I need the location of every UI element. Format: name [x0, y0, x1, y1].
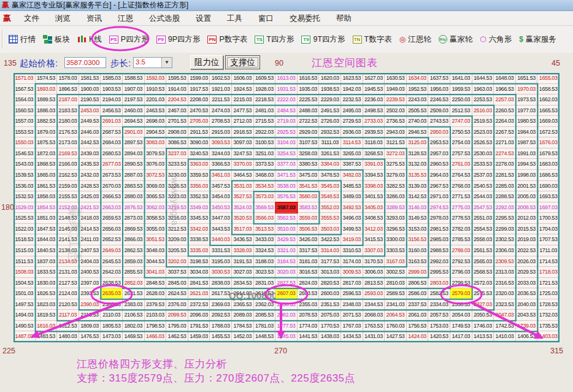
toolbar-button-板块[interactable]: 板块	[43, 34, 70, 45]
grid-cell: 3282.53	[385, 181, 407, 192]
grid-cell: 2736.53	[385, 116, 407, 127]
grid-cell: 3559.03	[298, 213, 320, 224]
grid-cell: 1938.53	[319, 84, 341, 95]
toolbar-button-赢家轮[interactable]: Big赢家轮	[439, 34, 473, 45]
grid-cell: 2771.53	[450, 191, 472, 202]
grid-cell: 2467.03	[166, 106, 188, 117]
grid-cell: 2929.03	[298, 127, 320, 138]
grid-cell: 1753.03	[428, 321, 450, 332]
grid-cell: 3135.53	[407, 170, 429, 181]
grid-cell: 3433.03	[254, 234, 276, 245]
grid-cell: 1480.03	[57, 331, 79, 342]
grid-cell: 2134.53	[57, 256, 79, 267]
grid-cell: 1963.03	[472, 84, 494, 95]
grid-cell: 2418.03	[79, 213, 101, 224]
menu-item[interactable]: 公式选股	[141, 12, 188, 25]
toolbar-button-赢家服务[interactable]: $赢家服务	[519, 34, 556, 45]
toolbar-button-行情[interactable]: 行情	[9, 34, 36, 45]
menu-item[interactable]: 浏览	[47, 12, 79, 25]
grid-cell: 2505.53	[407, 106, 429, 117]
grid-cell: 2995.53	[428, 267, 450, 278]
grid-cell: 1781.03	[254, 321, 276, 332]
grid-cell: 2260.53	[494, 106, 516, 117]
title-bar[interactable]: 赢 赢家江恩专业版[赢家服务平台] - [上证指数价格正方形]	[0, 0, 573, 11]
grid-cell: 2197.53	[123, 94, 145, 106]
grid-cell: 2411.03	[79, 234, 101, 245]
toolbar-button-P数字表[interactable]: PNP数字表	[207, 34, 247, 45]
menu-item[interactable]: 交易委托	[282, 12, 328, 25]
menu-item[interactable]: 资讯	[79, 12, 110, 25]
grid-cell: 2204.53	[166, 94, 188, 106]
grid-cell: 3314.03	[319, 245, 341, 256]
toolbar-button-P四方形[interactable]: PSP四方形	[109, 34, 149, 45]
menu-item[interactable]: 工具	[219, 12, 250, 25]
grid-cell: 2565.03	[472, 256, 494, 267]
menu-item[interactable]: 文件	[16, 12, 47, 25]
grid-cell: 2610.53	[254, 288, 276, 299]
grid-cell: 1585.03	[101, 73, 123, 84]
toolbar-button-K线[interactable]: K线	[77, 34, 102, 45]
start-price-input[interactable]	[64, 57, 106, 68]
grid-cell: 2939.53	[363, 127, 385, 138]
menu-item[interactable]: 帮助	[328, 12, 360, 25]
grid-cell: 3492.53	[341, 202, 363, 213]
toolbar-button-9P四方形[interactable]: P99P四方形	[156, 34, 201, 45]
grid-cell: 1798.53	[145, 321, 167, 332]
toolbar-button-9T四方形[interactable]: T99T四方形	[301, 34, 345, 45]
grid-cell: 2141.53	[57, 234, 79, 245]
grid-cell: 2082.03	[275, 310, 298, 321]
grid-cell: 2148.53	[57, 213, 79, 224]
toolbar-button-六角形[interactable]: ⬡六角形	[480, 34, 512, 45]
grid-cell: 3527.53	[232, 191, 254, 202]
grid-cell: 3037.53	[166, 267, 188, 278]
grid-cell: 1977.03	[516, 106, 538, 117]
grid-cell: 2918.53	[232, 127, 254, 138]
toolbar-button-T数字表[interactable]: TNT数字表	[353, 34, 392, 45]
grid-cell: 1424.03	[407, 331, 429, 342]
grid-cell: 2757.53	[450, 148, 472, 159]
grid-cell: 2540.53	[472, 181, 494, 192]
grid-cell: 2477.53	[232, 106, 254, 117]
grid-cell: 3156.53	[407, 234, 429, 245]
grid-cell: 2323.53	[494, 299, 516, 310]
grid-cell: 2369.03	[210, 299, 232, 310]
step-select[interactable]: 3.5 ▼	[133, 57, 172, 68]
menu-item[interactable]: 江恩	[110, 12, 141, 25]
grid-cell: 1900.03	[79, 84, 101, 95]
resistance-button[interactable]: 阻力位	[190, 55, 223, 69]
grid-cell: 1928.03	[254, 84, 276, 95]
toolbar-button-江恩轮[interactable]: ◎江恩轮	[399, 34, 431, 45]
grid-cell: 3107.53	[298, 137, 320, 148]
grid-cell: 3391.03	[363, 159, 385, 170]
grid-cell: 1956.03	[428, 84, 450, 95]
grid-cell: 1795.03	[166, 321, 188, 332]
grid-cell: 2715.53	[254, 116, 276, 127]
grid-cell: 2155.53	[57, 191, 79, 202]
grid-cell: 1459.03	[188, 331, 210, 342]
grid-cell: 2015.53	[516, 224, 538, 235]
grid-cell: 3562.53	[275, 213, 298, 224]
grid-cell: 2607.03	[275, 288, 298, 299]
chevron-down-icon[interactable]: ▼	[161, 58, 172, 67]
grid-cell: 2743.53	[428, 116, 450, 127]
grid-cell: 1819.53	[36, 310, 58, 321]
toolbar-button-label: 9P四方形	[168, 34, 201, 45]
grid-cell: 1935.03	[298, 84, 320, 95]
grid-cell: 1984.03	[516, 127, 538, 138]
grid-cell: 2379.53	[145, 299, 167, 310]
grid-cell: 3100.53	[254, 137, 276, 148]
support-button[interactable]: 支撑位	[225, 55, 260, 69]
menu-item[interactable]: 设置	[188, 12, 219, 25]
degree-label-180: 180	[1, 203, 14, 212]
grid-cell: 3198.53	[188, 256, 210, 267]
grid-cell: 3380.53	[298, 159, 320, 170]
menu-item[interactable]: 窗口	[250, 12, 282, 25]
grid-cell: 1973.53	[516, 94, 538, 106]
grid-cell: 3125.03	[407, 137, 429, 148]
grid-cell: 2393.53	[79, 288, 101, 299]
grid-cell: 2365.53	[232, 299, 254, 310]
grid-cell: 1613.03	[275, 73, 298, 84]
grid-cell: 1739.03	[516, 321, 538, 332]
toolbar-button-T四方形[interactable]: TST四方形	[255, 34, 294, 45]
grid-cell: 2211.53	[210, 94, 232, 106]
